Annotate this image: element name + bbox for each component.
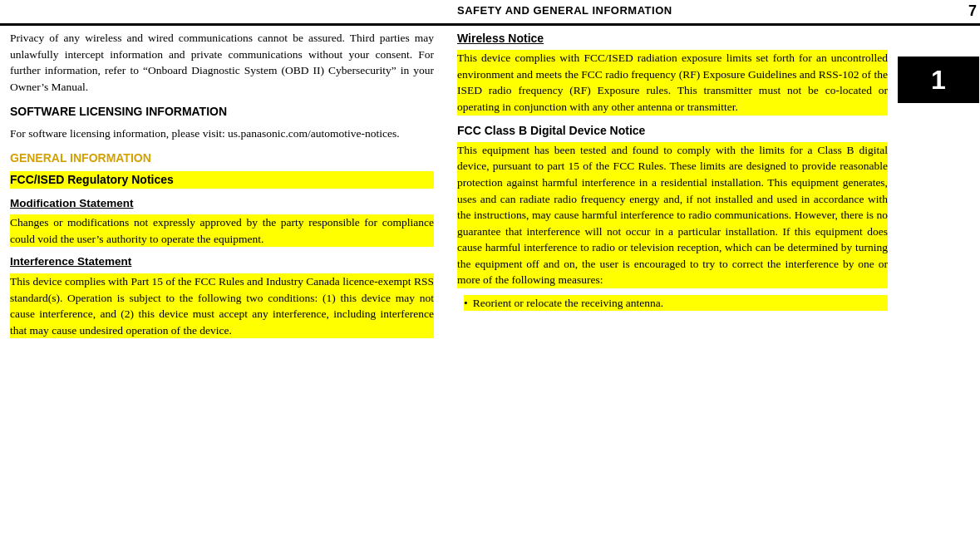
header-title: SAFETY AND GENERAL INFORMATION xyxy=(457,3,672,19)
mod-statement-heading: Modification Statement xyxy=(10,195,434,212)
intro-paragraph: Privacy of any wireless and wired commun… xyxy=(10,30,434,95)
software-paragraph: For software licensing information, plea… xyxy=(10,125,434,142)
bullet-text-1: Reorient or relocate the receiving anten… xyxy=(473,295,663,312)
wireless-paragraph: This device complies with FCC/ISED radia… xyxy=(457,50,888,115)
header-page-number: 7 xyxy=(968,0,980,22)
software-heading: SOFTWARE LICENSING INFORMATION xyxy=(10,103,434,120)
chapter-number: 1 xyxy=(931,61,946,99)
right-column: Wireless Notice This device complies wit… xyxy=(449,23,898,541)
fcc-heading: FCC/ISED Regulatory Notices xyxy=(10,171,434,188)
bullet-item-1: • Reorient or relocate the receiving ant… xyxy=(464,295,888,312)
page-layout: SAFETY AND GENERAL INFORMATION 7 Privacy… xyxy=(0,0,980,541)
mod-paragraph: Changes or modifications not expressly a… xyxy=(10,214,434,247)
fcc-class-paragraph: This equipment has been tested and found… xyxy=(457,142,888,288)
chapter-tab: 1 xyxy=(898,57,979,103)
interference-heading: Interference Statement xyxy=(10,253,434,270)
interference-paragraph: This device complies with Part 15 of the… xyxy=(10,273,434,338)
bullet-dot-1: • xyxy=(464,295,468,312)
left-column: Privacy of any wireless and wired commun… xyxy=(0,23,449,541)
wireless-heading: Wireless Notice xyxy=(457,30,888,47)
fcc-class-heading: FCC Class B Digital Device Notice xyxy=(457,122,888,139)
general-heading: GENERAL INFORMATION xyxy=(10,150,434,166)
